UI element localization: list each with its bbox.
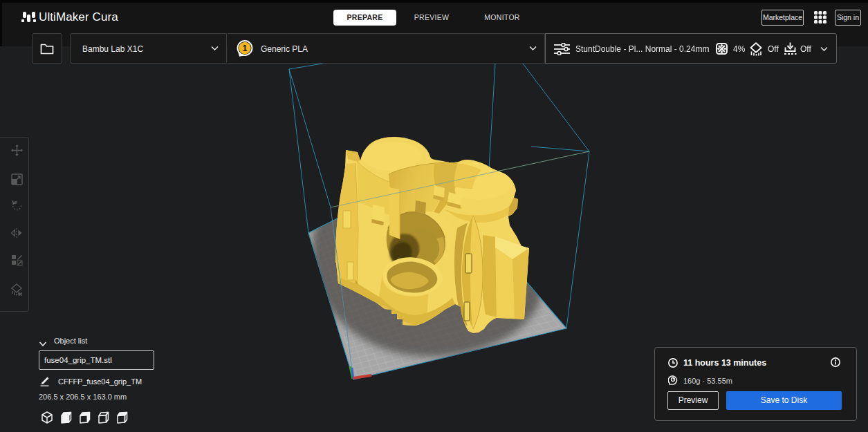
svg-text:1: 1	[243, 44, 248, 53]
